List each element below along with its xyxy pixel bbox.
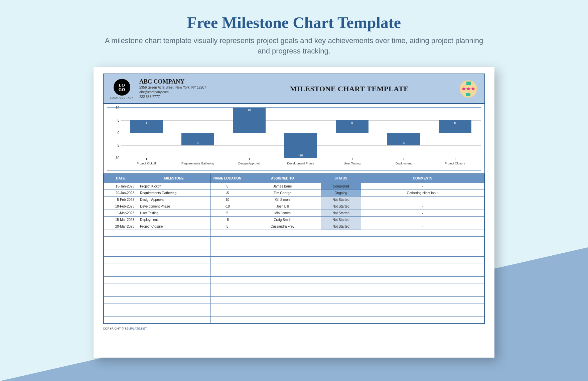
table-row-empty — [104, 243, 484, 250]
copyright: COPYRIGHT © TEMPLATE.NET — [103, 324, 485, 330]
table-header-row: DATE MILESTONE NAME LOCATION ASSIGNED TO… — [104, 174, 484, 183]
document-preview: LO GO LOGO COMPANY ABC COMPANY 2356 Gree… — [94, 67, 494, 358]
svg-point-2 — [462, 88, 465, 90]
bar-value-label: 5 — [439, 121, 471, 124]
milestone-chart: -10-505105-510-105-55 Project KickoffReq… — [107, 107, 481, 171]
col-location: NAME LOCATION — [211, 174, 244, 183]
company-phone: 222 555 7777 — [139, 95, 240, 99]
cell-date: 10-Feb-2023 — [104, 203, 137, 210]
cell-comments: - — [361, 203, 484, 210]
cell-status: Not Started — [321, 210, 361, 217]
xtick-label: Development Phase — [275, 158, 326, 168]
xtick-label: User Testing — [326, 158, 378, 168]
table-row: 20-Mar-2023Project Closure5Cassandra Fre… — [104, 223, 484, 230]
bar-value-label: 10 — [233, 108, 265, 112]
chart-bar: -10 — [284, 133, 317, 158]
chart-bar: 5 — [130, 120, 162, 133]
table-row-empty — [104, 250, 484, 257]
table-row-empty — [104, 237, 484, 243]
page-title: Free Milestone Chart Template — [0, 0, 588, 32]
cell-status: Not Started — [321, 217, 361, 223]
table-row-empty — [104, 303, 484, 310]
col-assigned: ASSIGNED TO — [244, 174, 321, 183]
cell-date: 20-Jan-2023 — [104, 190, 137, 197]
cell-comments: Gathering client input — [361, 190, 484, 197]
bar-value-label: -5 — [387, 141, 420, 145]
cell-assigned: Cassandra Frey — [244, 223, 321, 230]
table-row: 5-Feb-2023Design Approval10Gil SimonNot … — [104, 197, 484, 203]
bar-value-label: 5 — [130, 121, 162, 124]
bar-value-label: -10 — [284, 154, 317, 157]
company-info: ABC COMPANY 2356 Green Acre Sreet, New Y… — [139, 78, 240, 99]
bar-value-label: -5 — [181, 141, 214, 145]
cell-milestone: User Testing — [137, 210, 211, 217]
table-row: 15-Mar-2023Deployment-5Craig SmithNot St… — [104, 217, 484, 223]
table-row-empty — [104, 310, 484, 317]
ytick: 5 — [109, 118, 119, 122]
company-logo: LO GO LOGO COMPANY — [110, 79, 133, 99]
table-row-empty — [104, 230, 484, 237]
cell-comments: - — [361, 217, 484, 223]
cell-status: Ongoing — [321, 190, 361, 197]
table-row-empty — [104, 277, 484, 283]
chart-bar: -5 — [387, 133, 420, 145]
cell-status: Completed — [321, 183, 361, 190]
xtick-label: Design Approval — [224, 158, 275, 168]
cell-comments: - — [361, 210, 484, 217]
logo-subtext: LOGO COMPANY — [110, 97, 133, 99]
company-address: 2356 Green Acre Sreet, New York, NY 1220… — [139, 85, 240, 90]
col-milestone: MILESTONE — [137, 174, 211, 183]
cell-location: -5 — [211, 217, 244, 223]
col-comments: COMMENTS — [361, 174, 484, 183]
col-status: STATUS — [321, 174, 361, 183]
cell-milestone: Development Phase — [137, 203, 211, 210]
cell-assigned: Gil Simon — [244, 197, 321, 203]
milestone-table: DATE MILESTONE NAME LOCATION ASSIGNED TO… — [104, 173, 484, 324]
cell-assigned: Mia James — [244, 210, 321, 217]
cell-comments: - — [361, 197, 484, 203]
cell-milestone: Project Kickoff — [137, 183, 211, 190]
xtick-label: Project Closure — [429, 158, 481, 168]
table-row-empty — [104, 297, 484, 303]
cell-comments: - — [361, 183, 484, 190]
xtick-label: Project Kickoff — [121, 158, 172, 168]
logo-circle: LO GO — [114, 79, 130, 96]
chart-bar: 5 — [336, 120, 368, 133]
cell-assigned: Craig Smith — [244, 217, 321, 223]
table-row: 15-Jan-2023Project Kickoff5James BaneCom… — [104, 183, 484, 190]
page-subtitle: A milestone chart template visually repr… — [0, 32, 588, 56]
cell-milestone: Design Approval — [137, 197, 211, 203]
milestone-icon — [459, 80, 478, 98]
ytick: 10 — [109, 106, 119, 110]
cell-milestone: Project Closure — [137, 223, 211, 230]
cell-location: 5 — [211, 210, 244, 217]
table-row-empty — [104, 290, 484, 297]
cell-milestone: Deployment — [137, 217, 211, 223]
cell-milestone: Requirements Gathering — [137, 190, 211, 197]
table-row: 20-Jan-2023Requirements Gathering-5Tim G… — [104, 190, 484, 197]
bar-value-label: 5 — [336, 121, 368, 124]
cell-assigned: James Bane — [244, 183, 321, 190]
document-title: MILESTONE CHART TEMPLATE — [240, 85, 459, 93]
cell-location: -10 — [211, 203, 244, 210]
chart-bar: 10 — [233, 108, 265, 133]
svg-rect-6 — [466, 93, 470, 96]
cell-location: 5 — [211, 223, 244, 230]
table-row-empty — [104, 270, 484, 277]
svg-rect-5 — [466, 82, 471, 85]
cell-status: Not Started — [321, 203, 361, 210]
document-inner: LO GO LOGO COMPANY ABC COMPANY 2356 Gree… — [103, 74, 485, 324]
table-row-empty — [104, 257, 484, 263]
chart-area: -10-505105-510-105-55 Project KickoffReq… — [104, 104, 484, 171]
xtick-label: Requirements Gathering — [172, 158, 224, 168]
cell-status: Not Started — [321, 197, 361, 203]
copyright-link[interactable]: TEMPLATE.NET — [125, 327, 147, 330]
cell-date: 15-Mar-2023 — [104, 217, 137, 223]
cell-comments: - — [361, 223, 484, 230]
document-header: LO GO LOGO COMPANY ABC COMPANY 2356 Gree… — [104, 74, 484, 104]
cell-date: 1-Mar-2023 — [104, 210, 137, 217]
ytick: 0 — [109, 131, 119, 135]
svg-point-4 — [472, 88, 474, 90]
company-email: abc@company.com — [139, 90, 240, 95]
cell-location: 5 — [211, 183, 244, 190]
